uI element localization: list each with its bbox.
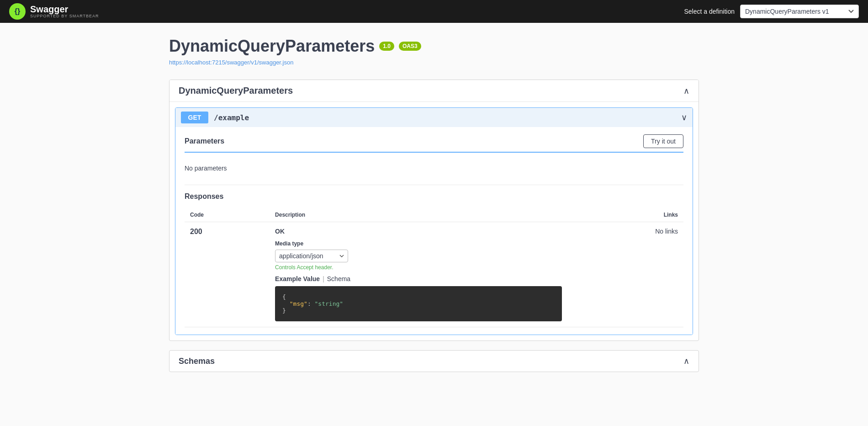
controls-accept-text: Controls Accept header. <box>275 264 562 271</box>
table-row: 200 OK Media type application/json Contr… <box>185 222 683 327</box>
navbar: {} Swagger Supported by SMARTBEAR Select… <box>0 0 868 23</box>
responses-section: Responses Code Description Links <box>185 185 683 327</box>
page-header: DynamicQueryParameters 1.0 OAS3 https://… <box>169 37 699 66</box>
swagger-logo-icon: {} <box>9 3 26 20</box>
definition-select[interactable]: DynamicQueryParameters v1 <box>740 5 859 18</box>
badge-oas: OAS3 <box>399 42 421 51</box>
media-type-select[interactable]: application/json <box>275 250 348 262</box>
endpoint-row: GET /example ∨ Parameters Try it out No … <box>175 107 693 335</box>
schemas-title: Schemas <box>179 357 215 366</box>
response-description: OK <box>275 228 562 235</box>
main-content: DynamicQueryParameters 1.0 OAS3 https://… <box>160 23 708 395</box>
page-title-row: DynamicQueryParameters 1.0 OAS3 <box>169 37 699 56</box>
endpoint-header[interactable]: GET /example ∨ <box>175 108 693 127</box>
media-type-label: Media type <box>275 240 562 247</box>
navbar-logo-text: Swagger Supported by SMARTBEAR <box>30 5 99 18</box>
schemas-chevron-icon: ∧ <box>683 356 689 366</box>
tab-divider: | <box>323 275 324 282</box>
endpoint-chevron-icon: ∨ <box>681 112 687 122</box>
svg-text:{}: {} <box>15 7 20 15</box>
try-it-out-button[interactable]: Try it out <box>643 134 683 148</box>
params-title: Parameters <box>185 137 224 145</box>
col-code-header: Code <box>185 208 270 222</box>
col-links-header: Links <box>567 208 683 222</box>
section-header[interactable]: DynamicQueryParameters ∧ <box>169 80 699 102</box>
navbar-title-text: Swagger <box>30 5 99 14</box>
schemas-section: Schemas ∧ <box>169 350 699 372</box>
section-title: DynamicQueryParameters <box>179 85 293 96</box>
endpoint-header-left: GET /example <box>181 112 249 123</box>
navbar-logo: {} Swagger Supported by SMARTBEAR <box>9 3 99 20</box>
responses-title: Responses <box>185 192 683 201</box>
navbar-definition: Select a definition DynamicQueryParamete… <box>684 5 859 18</box>
example-schema-tabs: Example Value | Schema <box>275 275 562 282</box>
no-parameters-text: No parameters <box>185 160 683 181</box>
section-chevron-icon: ∧ <box>683 86 689 96</box>
response-code: 200 <box>190 228 202 235</box>
schema-tab[interactable]: Schema <box>327 275 350 282</box>
params-header-row: Parameters Try it out <box>185 134 683 153</box>
page-title: DynamicQueryParameters <box>169 37 375 56</box>
endpoint-path: /example <box>214 113 249 122</box>
col-description-header: Description <box>270 208 567 222</box>
no-links-text: No links <box>573 228 678 235</box>
schemas-header[interactable]: Schemas ∧ <box>169 351 699 372</box>
navbar-subtitle-text: Supported by SMARTBEAR <box>30 14 99 18</box>
method-badge: GET <box>181 112 208 123</box>
badge-version: 1.0 <box>379 42 394 51</box>
responses-table: Code Description Links 200 <box>185 208 683 327</box>
api-section: DynamicQueryParameters ∧ GET /example ∨ … <box>169 80 699 341</box>
code-example-block: { "msg": "string" } <box>275 286 562 321</box>
swagger-url[interactable]: https://localhost:7215/swagger/v1/swagge… <box>169 59 293 66</box>
example-value-tab[interactable]: Example Value <box>275 275 320 282</box>
select-definition-label: Select a definition <box>684 8 735 15</box>
endpoint-body: Parameters Try it out No parameters Resp… <box>175 127 693 335</box>
